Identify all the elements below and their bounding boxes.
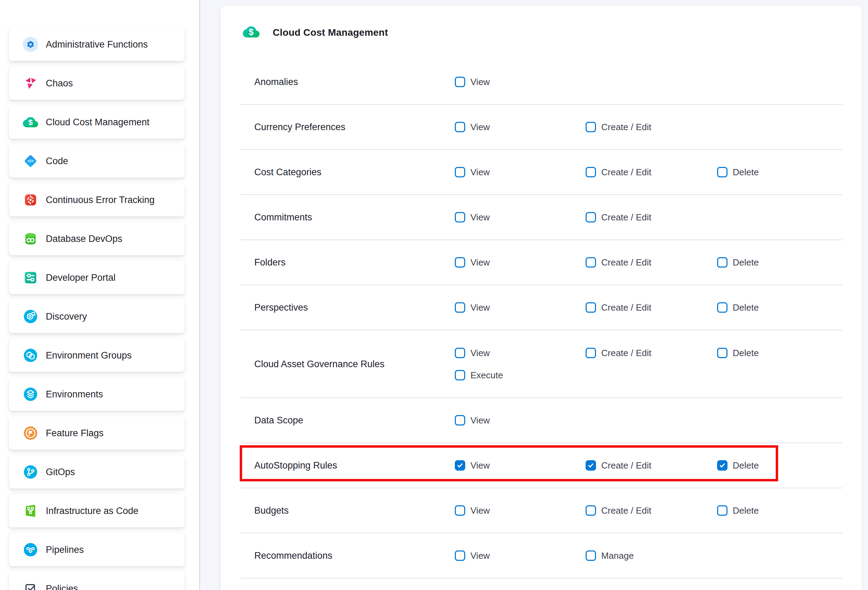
permission-row-recommendations: RecommendationsViewManage [241, 534, 842, 578]
sidebar-item-policies[interactable]: Policies [9, 572, 185, 590]
sidebar-item-administrative-functions[interactable]: Administrative Functions [9, 28, 185, 61]
permission-option-delete[interactable]: Delete [717, 505, 759, 516]
sidebar-item-label: Discovery [46, 311, 87, 322]
unchecked-checkbox[interactable] [455, 212, 465, 222]
permission-name: AutoStopping Rules [254, 460, 337, 471]
unchecked-checkbox[interactable] [455, 302, 465, 313]
sidebar-item-environment-groups[interactable]: Environment Groups [9, 339, 185, 372]
permission-name: Commitments [254, 212, 312, 223]
policies-icon [23, 581, 38, 590]
sidebar-item-pipelines[interactable]: Pipelines [9, 533, 185, 566]
checkbox-label: View [471, 505, 490, 516]
permission-option-manage[interactable]: Manage [586, 550, 634, 561]
permission-option-delete[interactable]: Delete [717, 348, 759, 358]
permission-option-view[interactable]: View [455, 302, 490, 313]
permission-option-delete[interactable]: Delete [717, 257, 759, 268]
unchecked-checkbox[interactable] [717, 302, 728, 313]
permission-name: Budgets [254, 505, 289, 516]
checkbox-label: Create / Edit [601, 348, 651, 358]
sidebar-item-infrastructure-as-code[interactable]: Infrastructure as Code [9, 494, 185, 528]
sidebar-item-chaos[interactable]: Chaos [9, 67, 185, 100]
permission-row-autostopping-rules: AutoStopping RulesViewCreate / EditDelet… [241, 443, 842, 488]
permission-row-perspectives: PerspectivesViewCreate / EditDelete [241, 285, 842, 330]
sidebar-item-gitops[interactable]: GitOps [9, 455, 185, 489]
permission-option-execute[interactable]: Execute [455, 370, 503, 380]
sidebar-item-code[interactable]: </>Code [9, 144, 185, 178]
unchecked-checkbox[interactable] [717, 505, 728, 516]
checkbox-label: Create / Edit [601, 257, 651, 268]
sidebar-item-developer-portal[interactable]: Developer Portal [9, 261, 185, 294]
permission-option-view[interactable]: View [455, 348, 490, 358]
checkbox-label: Delete [733, 348, 759, 358]
sidebar-item-label: Administrative Functions [46, 39, 148, 50]
unchecked-checkbox[interactable] [455, 370, 465, 380]
permission-option-view[interactable]: View [455, 257, 490, 268]
sidebar-item-database-devops[interactable]: Database DevOps [9, 222, 185, 256]
permission-option-delete[interactable]: Delete [717, 302, 759, 313]
unchecked-checkbox[interactable] [586, 348, 596, 358]
permission-option-view[interactable]: View [455, 122, 490, 132]
environments-icon [23, 387, 38, 402]
sidebar: Administrative FunctionsChaos$Cloud Cost… [0, 0, 200, 590]
unchecked-checkbox[interactable] [455, 348, 465, 358]
permission-option-create-edit[interactable]: Create / Edit [586, 122, 651, 132]
unchecked-checkbox[interactable] [717, 257, 728, 268]
unchecked-checkbox[interactable] [586, 257, 596, 268]
permission-option-create-edit[interactable]: Create / Edit [586, 167, 651, 177]
checkbox-label: Delete [733, 257, 759, 268]
permission-option-view[interactable]: View [455, 415, 490, 426]
main-panel: $ Cloud Cost Management AnomaliesViewCur… [201, 0, 868, 590]
unchecked-checkbox[interactable] [455, 505, 465, 516]
sidebar-item-environments[interactable]: Environments [9, 378, 185, 411]
permission-option-view[interactable]: View [455, 212, 490, 222]
sidebar-item-label: Chaos [46, 78, 73, 89]
permission-name: Data Scope [254, 415, 303, 426]
unchecked-checkbox[interactable] [586, 550, 596, 561]
checkbox-label: Create / Edit [601, 122, 651, 133]
unchecked-checkbox[interactable] [586, 302, 596, 313]
unchecked-checkbox[interactable] [455, 257, 465, 268]
permission-option-create-edit[interactable]: Create / Edit [586, 302, 651, 313]
unchecked-checkbox[interactable] [717, 348, 728, 358]
permissions-list: AnomaliesViewCurrency PreferencesViewCre… [241, 60, 842, 578]
sidebar-item-continuous-error-tracking[interactable]: Continuous Error Tracking [9, 183, 185, 217]
permission-name: Folders [254, 257, 285, 268]
permission-name: Recommendations [254, 550, 332, 561]
unchecked-checkbox[interactable] [586, 122, 596, 132]
unchecked-checkbox[interactable] [717, 167, 728, 177]
checkbox-label: Create / Edit [601, 460, 651, 471]
checkbox-label: Create / Edit [601, 167, 651, 178]
permission-option-view[interactable]: View [455, 77, 490, 87]
checked-checkbox[interactable] [717, 460, 728, 470]
unchecked-checkbox[interactable] [586, 167, 596, 177]
module-header: $ Cloud Cost Management [241, 6, 842, 60]
permission-option-view[interactable]: View [455, 550, 490, 561]
permission-option-view[interactable]: View [455, 167, 490, 177]
checked-checkbox[interactable] [455, 460, 465, 470]
unchecked-checkbox[interactable] [586, 505, 596, 516]
module-title: Cloud Cost Management [273, 27, 388, 38]
sidebar-item-cloud-cost-management[interactable]: $Cloud Cost Management [9, 105, 185, 139]
permission-option-create-edit[interactable]: Create / Edit [586, 257, 651, 268]
permission-option-delete[interactable]: Delete [717, 167, 759, 177]
unchecked-checkbox[interactable] [455, 122, 465, 132]
cloud-dollar-icon: $ [23, 115, 38, 130]
sidebar-item-feature-flags[interactable]: Feature Flags [9, 417, 185, 450]
unchecked-checkbox[interactable] [455, 167, 465, 177]
unchecked-checkbox[interactable] [586, 212, 596, 222]
unchecked-checkbox[interactable] [455, 415, 465, 426]
permission-option-create-edit[interactable]: Create / Edit [586, 348, 651, 358]
permission-option-view[interactable]: View [455, 460, 490, 470]
unchecked-checkbox[interactable] [455, 550, 465, 561]
sidebar-item-discovery[interactable]: Discovery [9, 300, 185, 333]
permission-option-create-edit[interactable]: Create / Edit [586, 212, 651, 222]
permission-option-create-edit[interactable]: Create / Edit [586, 460, 651, 470]
permission-option-create-edit[interactable]: Create / Edit [586, 505, 651, 516]
checked-checkbox[interactable] [586, 460, 596, 470]
permission-option-delete[interactable]: Delete [717, 460, 759, 470]
checkbox-label: Delete [733, 167, 759, 178]
checkbox-label: Delete [733, 460, 759, 471]
developer-portal-icon [23, 270, 38, 285]
unchecked-checkbox[interactable] [455, 77, 465, 87]
permission-option-view[interactable]: View [455, 505, 490, 516]
